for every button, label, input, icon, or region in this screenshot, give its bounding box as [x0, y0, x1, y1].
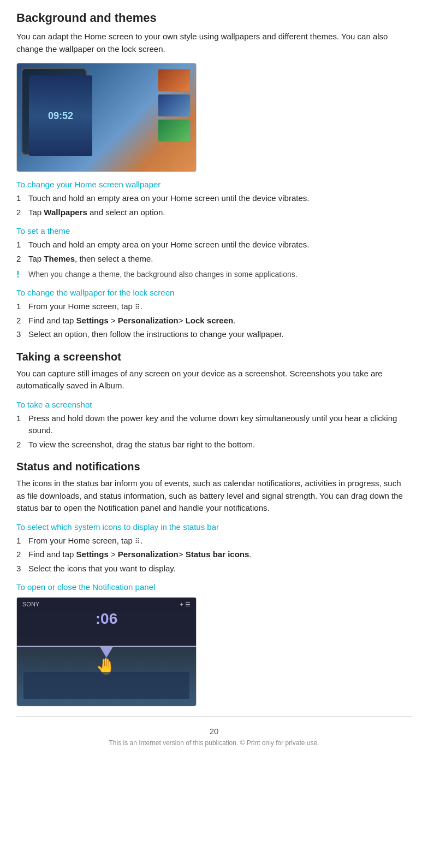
bold-themes: Themes: [44, 254, 75, 263]
step-text: From your Home screen, tap ⠿.: [28, 300, 412, 313]
page-divider: [16, 716, 412, 717]
screenshot-step-1: 1 Press and hold down the power key and …: [16, 412, 412, 437]
bold-personalization: Personalization: [118, 316, 179, 325]
step-text: Select an option, then follow the instru…: [28, 328, 412, 341]
lock-wallpaper-step-2: 2 Find and tap Settings > Personalizatio…: [16, 315, 412, 327]
step-number: 2: [16, 206, 28, 219]
heading-set-theme: To set a theme: [16, 226, 412, 235]
note-text: When you change a theme, the background …: [28, 269, 298, 280]
home-wallpaper-step-1: 1 Touch and hold an empty area on your H…: [16, 192, 412, 205]
bold-personalization: Personalization: [118, 550, 179, 559]
step-text: Find and tap Settings > Personalization>…: [28, 315, 412, 327]
theme-note: ! When you change a theme, the backgroun…: [16, 269, 412, 280]
step-text: From your Home screen, tap ⠿.: [28, 535, 412, 547]
step-number: 2: [16, 439, 28, 451]
notification-item: [23, 672, 189, 699]
lock-wallpaper-step-1: 1 From your Home screen, tap ⠿.: [16, 300, 412, 313]
status-icons-step-3: 3 Select the icons that you want to disp…: [16, 563, 412, 575]
section3-intro: The icons in the status bar inform you o…: [16, 477, 412, 515]
step-number: 1: [16, 535, 28, 547]
lock-wallpaper-step-3: 3 Select an option, then follow the inst…: [16, 328, 412, 341]
step-number: 2: [16, 315, 28, 327]
status-icons-step-1: 1 From your Home screen, tap ⠿.: [16, 535, 412, 547]
exclamation-icon: !: [16, 269, 28, 280]
step-number: 2: [16, 548, 28, 561]
section1-intro: You can adapt the Home screen to your ow…: [16, 31, 412, 55]
notification-panel-screenshot: SONY + ☰ :06 🤚: [16, 597, 197, 706]
clock-display: :06: [17, 611, 196, 627]
section2-intro: You can capture still images of any scre…: [16, 368, 412, 392]
apps-icon: ⠿: [135, 303, 140, 311]
step-text: Select the icons that you want to displa…: [28, 563, 412, 575]
step-text: Tap Themes, then select a theme.: [28, 253, 412, 265]
svg-marker-0: [100, 647, 113, 658]
step-text: Touch and hold an empty area on your Hom…: [28, 239, 412, 251]
thumb2: [158, 94, 191, 117]
section3-title: Status and notifications: [16, 460, 412, 473]
thumb1: [158, 69, 191, 92]
bold-settings: Settings: [76, 316, 109, 325]
home-screen-screenshot: 09:52: [16, 63, 197, 172]
step-text: Touch and hold an empty area on your Hom…: [28, 192, 412, 205]
bold-lockscreen: Lock screen: [186, 316, 234, 325]
notification-panel-overlay: SONY + ☰ :06: [17, 598, 196, 647]
set-theme-step-1: 1 Touch and hold an empty area on your H…: [16, 239, 412, 251]
step-number: 1: [16, 300, 28, 313]
set-theme-list: 1 Touch and hold an empty area on your H…: [16, 239, 412, 265]
heading-home-wallpaper: To change your Home screen wallpaper: [16, 180, 412, 189]
status-bar-left: SONY: [22, 601, 39, 608]
home-wallpaper-list: 1 Touch and hold an empty area on your H…: [16, 192, 412, 219]
bold-wallpapers: Wallpapers: [44, 208, 87, 217]
status-icons-list: 1 From your Home screen, tap ⠿. 2 Find a…: [16, 535, 412, 575]
step-number: 2: [16, 253, 28, 265]
set-theme-step-2: 2 Tap Themes, then select a theme.: [16, 253, 412, 265]
status-icons-step-2: 2 Find and tap Settings > Personalizatio…: [16, 548, 412, 561]
wallpaper-thumbnails: [158, 69, 191, 142]
step-number: 1: [16, 192, 28, 205]
bold-statusbaricons: Status bar icons: [186, 550, 249, 559]
step-number: 3: [16, 328, 28, 341]
step-text: To view the screenshot, drag the status …: [28, 439, 412, 451]
step-text: Tap Wallpapers and select an option.: [28, 206, 412, 219]
section1-title: Background and themes: [16, 11, 412, 25]
heading-status-icons: To select which system icons to display …: [16, 522, 412, 532]
thumb3: [158, 119, 191, 142]
step-text: Press and hold down the power key and th…: [28, 412, 412, 437]
bold-settings: Settings: [76, 550, 109, 559]
phone-screen-time: 09:52: [29, 75, 92, 156]
apps-icon: ⠿: [135, 538, 140, 545]
status-bar-right: + ☰: [180, 601, 191, 608]
step-number: 1: [16, 239, 28, 251]
step-number: 3: [16, 563, 28, 575]
section2-title: Taking a screenshot: [16, 351, 412, 363]
heading-take-screenshot: To take a screenshot: [16, 400, 412, 409]
page-number: 20: [16, 727, 412, 736]
heading-lock-wallpaper: To change the wallpaper for the lock scr…: [16, 288, 412, 297]
step-number: 1: [16, 412, 28, 425]
lock-wallpaper-list: 1 From your Home screen, tap ⠿. 2 Find a…: [16, 300, 412, 341]
heading-notification-panel: To open or close the Notification panel: [16, 582, 412, 592]
footer-text: This is an Internet version of this publ…: [16, 739, 412, 747]
screenshot-list: 1 Press and hold down the power key and …: [16, 412, 412, 451]
home-wallpaper-step-2: 2 Tap Wallpapers and select an option.: [16, 206, 412, 219]
screenshot-step-2: 2 To view the screenshot, drag the statu…: [16, 439, 412, 451]
step-text: Find and tap Settings > Personalization>…: [28, 548, 412, 561]
